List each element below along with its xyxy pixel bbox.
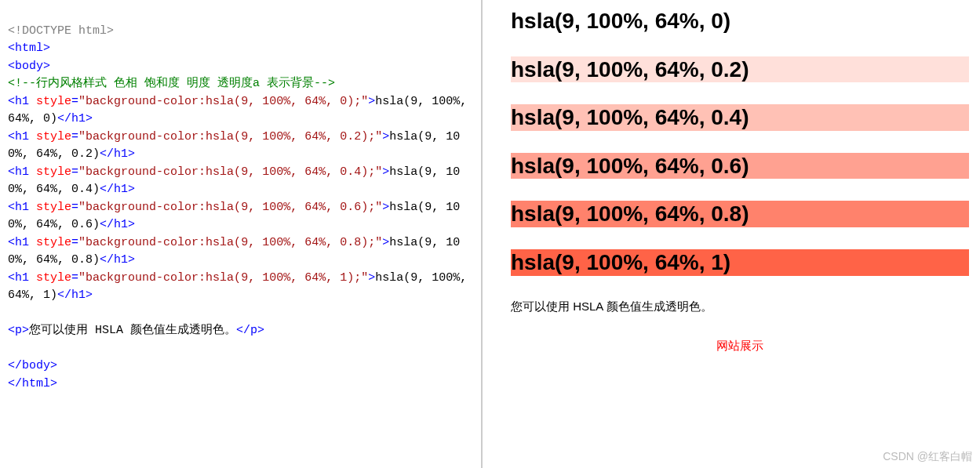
preview-heading-6: hsla(9, 100%, 64%, 1) [511, 249, 969, 276]
html-open-tag: <html> [8, 42, 50, 55]
watermark: CSDN @红客白帽 [883, 448, 972, 465]
preview-heading-1: hsla(9, 100%, 64%, 0) [511, 8, 969, 34]
code-line-2: <h1 style="background-color:hsla(9, 100%… [8, 130, 460, 161]
code-p-line: <p>您可以使用 HSLA 颜色值生成透明色。</p> [8, 324, 264, 337]
code-line-6: <h1 style="background-color:hsla(9, 100%… [8, 271, 474, 303]
preview-paragraph: 您可以使用 HSLA 颜色值生成透明色。 [511, 298, 969, 316]
comment-line: <!--行内风格样式 色相 饱和度 明度 透明度a 表示背景--> [8, 77, 335, 90]
html-close-tag: </html> [8, 377, 57, 390]
code-line-5: <h1 style="background-color:hsla(9, 100%… [8, 236, 460, 267]
code-pane: <!DOCTYPE html> <html> <body> <!--行内风格样式… [0, 0, 483, 468]
preview-heading-4: hsla(9, 100%, 64%, 0.6) [511, 153, 969, 180]
preview-heading-2: hsla(9, 100%, 64%, 0.2) [511, 56, 969, 83]
preview-heading-3: hsla(9, 100%, 64%, 0.4) [511, 104, 969, 131]
code-line-1: <h1 style="background-color:hsla(9, 100%… [8, 95, 474, 126]
doctype-text: <!DOCTYPE html> [8, 24, 114, 38]
site-label: 网站展示 [511, 337, 969, 355]
code-line-4: <h1 style="background-color:hsla(9, 100%… [8, 201, 460, 232]
body-close-tag: </body> [8, 359, 57, 372]
code-line-3: <h1 style="background-color:hsla(9, 100%… [8, 165, 460, 197]
preview-pane: hsla(9, 100%, 64%, 0) hsla(9, 100%, 64%,… [483, 0, 980, 468]
body-open-tag: <body> [8, 60, 50, 73]
preview-heading-5: hsla(9, 100%, 64%, 0.8) [511, 201, 969, 227]
